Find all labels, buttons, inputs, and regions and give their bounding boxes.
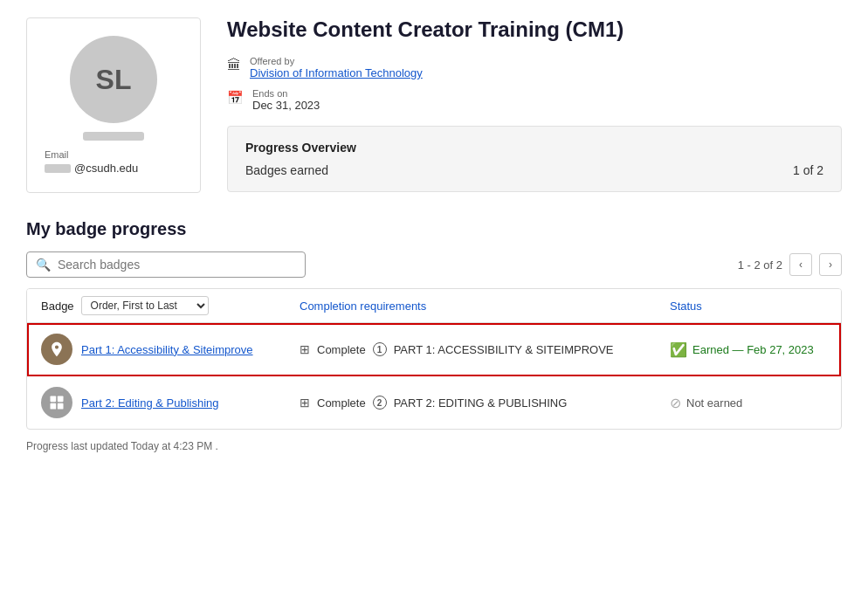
institution-icon: 🏛 <box>227 58 241 73</box>
email-value: @csudh.edu <box>45 162 183 175</box>
search-pagination-row: 🔍 1 - 2 of 2 ‹ › <box>26 251 842 278</box>
progress-row: Badges earned 1 of 2 <box>245 163 823 177</box>
table-row: Part 1: Accessibility & Siteimprove ⊞ Co… <box>27 323 841 376</box>
course-title: Website Content Creator Training (CM1) <box>227 17 842 42</box>
offered-by-label: Offered by <box>250 56 423 66</box>
email-blur <box>45 164 71 173</box>
search-icon: 🔍 <box>36 258 51 272</box>
user-card: SL Email @csudh.edu <box>26 17 201 193</box>
next-page-button[interactable]: › <box>819 253 842 276</box>
col-status-header: Status <box>670 299 827 313</box>
status-text-2: Not earned <box>686 396 742 410</box>
status-cell-1: ✅ Earned — Feb 27, 2023 <box>670 341 827 358</box>
offered-by-content: Offered by Division of Information Techn… <box>250 56 423 79</box>
pagination-text: 1 - 2 of 2 <box>738 258 782 272</box>
badge-icon-2 <box>41 387 72 418</box>
pagination-controls: 1 - 2 of 2 ‹ › <box>738 253 842 276</box>
footer-text: Progress last updated Today at 4:23 PM . <box>26 440 842 452</box>
badge-icon-1 <box>41 334 72 365</box>
ends-content: Ends on Dec 31, 2023 <box>252 88 320 112</box>
search-box[interactable]: 🔍 <box>26 251 306 278</box>
status-circle-icon-2: ⊘ <box>670 395 681 411</box>
user-name-placeholder <box>83 132 144 141</box>
completion-detail-2: PART 2: EDITING & PUBLISHING <box>394 396 568 410</box>
progress-overview: Progress Overview Badges earned 1 of 2 <box>227 126 842 192</box>
completion-text-1: Complete <box>317 343 366 356</box>
user-email-section: Email @csudh.edu <box>45 149 183 175</box>
status-check-icon-1: ✅ <box>670 341 687 358</box>
svg-rect-3 <box>58 403 64 410</box>
badges-earned-count: 1 of 2 <box>793 163 823 177</box>
completion-cell-2: ⊞ Complete 2 PART 2: EDITING & PUBLISHIN… <box>300 396 656 410</box>
offered-by-row: 🏛 Offered by Division of Information Tec… <box>227 56 842 79</box>
svg-rect-2 <box>51 403 57 410</box>
completion-col-label: Completion requirements <box>300 300 426 313</box>
svg-rect-0 <box>51 396 57 403</box>
search-input[interactable] <box>58 258 296 272</box>
status-col-label: Status <box>670 300 702 313</box>
completion-num-icon-2: 2 <box>373 396 387 410</box>
course-info: Website Content Creator Training (CM1) 🏛… <box>227 17 842 193</box>
badge-section-title: My badge progress <box>26 219 842 239</box>
completion-text-2: Complete <box>317 396 366 410</box>
badge-link-2[interactable]: Part 2: Editing & Publishing <box>81 396 219 410</box>
ends-on-row: 📅 Ends on Dec 31, 2023 <box>227 88 842 112</box>
badge-section: My badge progress 🔍 1 - 2 of 2 ‹ › Badge… <box>26 219 842 452</box>
status-text-1: Earned — Feb 27, 2023 <box>692 343 814 356</box>
ends-date: Dec 31, 2023 <box>252 99 320 112</box>
completion-detail-1: PART 1: ACCESSIBILITY & SITEIMPROVE <box>394 343 614 356</box>
email-domain: @csudh.edu <box>74 162 138 175</box>
badge-cell-1: Part 1: Accessibility & Siteimprove <box>41 334 286 365</box>
completion-grid-icon-1: ⊞ <box>300 342 310 356</box>
sort-select[interactable]: Order, First to Last <box>81 296 209 315</box>
calendar-icon: 📅 <box>227 90 244 106</box>
table-row: Part 2: Editing & Publishing ⊞ Complete … <box>27 376 841 429</box>
avatar-initials: SL <box>96 64 132 96</box>
avatar: SL <box>70 36 157 123</box>
email-label: Email <box>45 149 183 160</box>
col-completion-header: Completion requirements <box>300 299 656 313</box>
progress-title: Progress Overview <box>245 141 823 155</box>
col-badge-header: Badge Order, First to Last <box>41 296 286 315</box>
badge-table: Badge Order, First to Last Completion re… <box>26 288 842 430</box>
ends-label: Ends on <box>252 88 320 99</box>
status-cell-2: ⊘ Not earned <box>670 395 827 411</box>
badge-link-1[interactable]: Part 1: Accessibility & Siteimprove <box>81 343 253 356</box>
table-header: Badge Order, First to Last Completion re… <box>27 289 841 323</box>
badge-col-label: Badge <box>41 300 74 313</box>
completion-num-icon-1: 1 <box>373 342 387 356</box>
completion-cell-1: ⊞ Complete 1 PART 1: ACCESSIBILITY & SIT… <box>300 342 656 356</box>
top-section: SL Email @csudh.edu Website Content Crea… <box>26 17 842 193</box>
completion-grid-icon-2: ⊞ <box>300 396 310 410</box>
prev-page-button[interactable]: ‹ <box>789 253 812 276</box>
offered-by-link[interactable]: Division of Information Technology <box>250 66 423 79</box>
badges-earned-label: Badges earned <box>245 163 328 177</box>
svg-rect-1 <box>58 396 64 403</box>
badge-cell-2: Part 2: Editing & Publishing <box>41 387 286 418</box>
